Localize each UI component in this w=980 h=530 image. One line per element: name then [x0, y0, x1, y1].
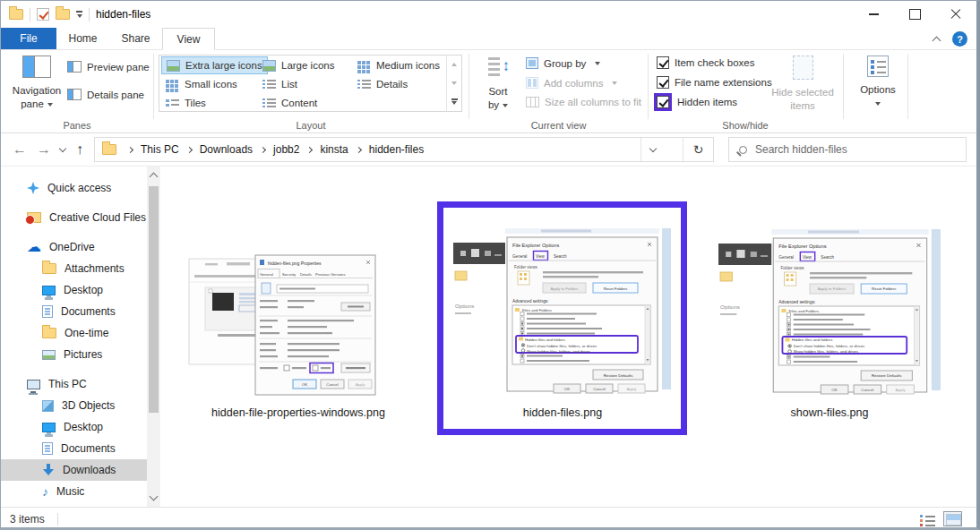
help-icon[interactable] — [952, 31, 967, 47]
customize-toolbar-dropdown-icon[interactable] — [76, 11, 82, 17]
main-area: Quick access Creative Cloud Files ☁ OneD… — [1, 167, 976, 507]
sidebar-item-desktop[interactable]: Desktop — [1, 416, 147, 438]
preview-pane-button[interactable]: Preview pane — [67, 61, 150, 73]
up-icon[interactable]: ↑ — [76, 133, 83, 166]
options-button[interactable]: Options — [852, 56, 904, 109]
file-name-extensions-checkbox[interactable]: File name extensions — [657, 76, 772, 89]
breadcrumb-kinsta[interactable]: kinsta — [320, 143, 348, 156]
sidebar-item-desktop-onedrive[interactable]: Desktop — [1, 279, 147, 301]
navigation-pane-icon — [22, 56, 51, 78]
hide-selected-items-button[interactable]: Hide selected items — [768, 56, 838, 112]
options-dialog-thumbnail: Options File Explorer Options General Vi… — [718, 217, 941, 402]
sidebar-item-documents-onedrive[interactable]: Documents — [1, 301, 147, 322]
file-name-label[interactable]: hidden-file-properties-windows.png — [171, 406, 426, 419]
group-by-button[interactable]: Group by — [526, 57, 600, 69]
status-bar: 3 items — [1, 507, 976, 530]
sidebar-item-quick-access[interactable]: Quick access — [1, 177, 147, 199]
sidebar-item-3d-objects[interactable]: 3D Objects — [1, 395, 147, 416]
size-columns-icon — [526, 97, 539, 107]
file-name-label[interactable]: hidden-files.png — [455, 406, 670, 419]
new-folder-icon[interactable] — [56, 9, 70, 20]
file-explorer-window: hidden-files File Home Share View Naviga… — [0, 0, 980, 530]
maximize-button[interactable] — [894, 1, 935, 28]
add-columns-button[interactable]: Add columns — [526, 77, 617, 89]
search-box[interactable]: Search hidden-files — [728, 137, 967, 162]
sidebar-item-this-pc[interactable]: This PC — [1, 373, 147, 395]
sidebar-scrollbar[interactable] — [147, 167, 160, 507]
gallery-scroll-up-icon[interactable] — [447, 56, 461, 74]
close-button[interactable] — [935, 1, 976, 28]
hidden-group-label: Hidden files and folders — [525, 338, 565, 342]
folder-icon — [42, 263, 56, 274]
forward-icon[interactable]: → — [37, 133, 51, 166]
tab-view[interactable]: View — [162, 28, 215, 50]
sidebar-item-documents[interactable]: Documents — [1, 438, 147, 459]
show-hide-group-label: Show/hide — [650, 120, 840, 131]
sidebar-item-pictures[interactable]: Pictures — [1, 344, 147, 365]
address-dropdown-icon[interactable] — [640, 138, 665, 161]
layout-small-icons[interactable]: Small icons — [161, 75, 242, 93]
gallery-more-icon[interactable] — [447, 92, 461, 111]
recent-locations-icon[interactable] — [60, 133, 65, 166]
sidebar-item-music[interactable]: ♪ Music — [1, 481, 147, 502]
item-check-boxes-checkbox[interactable]: Item check boxes — [657, 56, 754, 69]
breadcrumb-hidden-files[interactable]: hidden-files — [369, 143, 424, 156]
selected-file-frame[interactable]: Options File Explorer Options General Vi… — [437, 201, 687, 435]
layout-extra-large-icons[interactable]: Extra large icons — [161, 56, 268, 74]
files-and-folders-label: Files and Folders — [522, 308, 552, 312]
file-thumbnail-hidden-file-properties[interactable]: hidden-files.png Properties General Secu… — [187, 241, 408, 398]
layout-large-icons[interactable]: Large icons — [258, 56, 339, 74]
sidebar-item-downloads[interactable]: Downloads — [1, 459, 147, 481]
panes-group-label: Panes — [1, 120, 153, 131]
layout-list[interactable]: List — [258, 75, 302, 93]
scrollbar-thumb[interactable] — [149, 186, 159, 413]
sidebar-item-one-time[interactable]: One-time — [1, 322, 147, 344]
sort-by-icon — [487, 56, 509, 79]
thumbnail-view-toggle-icon[interactable] — [943, 511, 962, 526]
address-folder-icon — [102, 144, 116, 155]
dropdown-arrow-icon — [612, 81, 617, 85]
tab-share[interactable]: Share — [109, 28, 162, 49]
dropdown-arrow-icon — [595, 62, 600, 65]
sort-by-button[interactable]: Sort by — [477, 56, 519, 111]
breadcrumb-downloads[interactable]: Downloads — [200, 143, 253, 156]
details-view-toggle-icon[interactable] — [920, 514, 935, 526]
file-thumbnail-shown-files[interactable]: Options File Explorer Options General Vi… — [718, 217, 941, 402]
scroll-down-icon[interactable] — [150, 492, 159, 501]
file-list-area[interactable]: hidden-files.png Properties General Secu… — [160, 167, 976, 507]
address-bar[interactable]: This PC Downloads jobb2 kinsta hidden-fi… — [94, 137, 714, 162]
file-thumbnail-hidden-files[interactable]: Options File Explorer Options General Vi… — [453, 216, 671, 401]
breadcrumb-chevron-icon — [186, 146, 193, 152]
layout-medium-icons[interactable]: Medium icons — [353, 56, 444, 74]
address-bar-row: ← → ↑ This PC Downloads jobb2 kinsta hid… — [1, 133, 976, 167]
breadcrumb-jobb2[interactable]: jobb2 — [273, 143, 299, 156]
navigation-pane-button[interactable]: Navigation pane — [12, 56, 62, 110]
details-icon — [357, 79, 371, 90]
tab-home[interactable]: Home — [56, 28, 109, 49]
sidebar-item-onedrive[interactable]: ☁ OneDrive — [1, 236, 147, 258]
minimize-button[interactable] — [853, 1, 894, 28]
back-icon[interactable]: ← — [13, 133, 27, 166]
properties-check-icon[interactable] — [37, 8, 49, 21]
dialog-title: File Explorer Options — [512, 243, 559, 248]
refresh-icon[interactable]: ↻ — [683, 138, 713, 161]
collapse-ribbon-icon[interactable] — [933, 36, 941, 45]
details-pane-button[interactable]: Details pane — [67, 89, 144, 100]
hidden-items-checkbox[interactable]: Hidden items — [654, 93, 737, 111]
dont-show-radio-label: Don't show hidden files, folders, or dri… — [527, 344, 597, 348]
tab-file[interactable]: File — [1, 28, 56, 49]
gallery-scroll-down-icon[interactable] — [447, 74, 461, 93]
sidebar-item-attachments[interactable]: Attachments — [1, 258, 147, 279]
file-name-label[interactable]: shown-files.png — [722, 406, 937, 419]
folder-icon — [42, 328, 56, 338]
layout-content[interactable]: Content — [258, 94, 322, 112]
layout-details[interactable]: Details — [353, 75, 412, 93]
tab-view: View — [536, 254, 546, 259]
show-radio-label: Show hidden files, folders, and drives — [794, 350, 858, 355]
size-columns-button[interactable]: Size all columns to fit — [526, 97, 641, 107]
scroll-up-icon[interactable] — [150, 173, 159, 182]
layout-tiles[interactable]: Tiles — [161, 94, 211, 112]
breadcrumb-this-pc[interactable]: This PC — [141, 143, 179, 156]
sidebar-item-creative-cloud-files[interactable]: Creative Cloud Files — [1, 207, 147, 228]
svg-text:Security: Security — [282, 272, 297, 277]
